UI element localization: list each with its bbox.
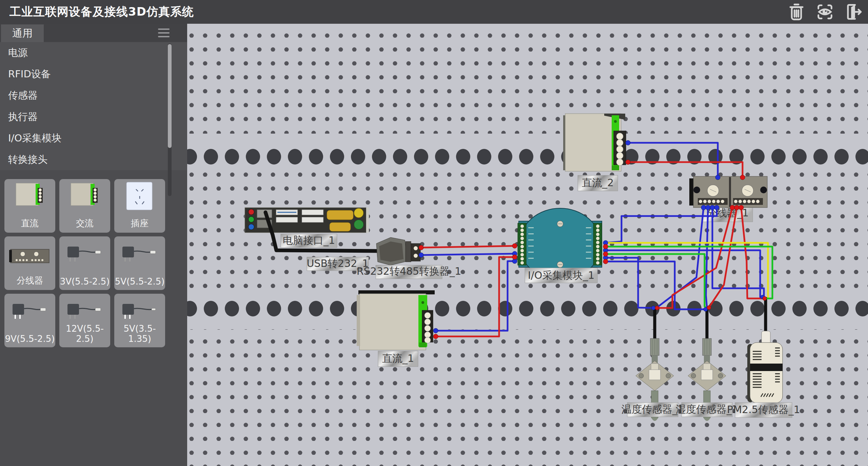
card-ac-power[interactable]: 交流 [59, 179, 110, 233]
sidebar-scrollbar-thumb[interactable] [168, 44, 172, 148]
svg-text:PM2.5传感器_1: PM2.5传感器_1 [727, 404, 800, 415]
device-label-rs232-485: RS232转485转换器_1 [357, 265, 461, 279]
view-focus-icon[interactable] [815, 2, 835, 22]
app-title: 工业互联网设备及接线3D仿真系统 [9, 4, 194, 20]
category-item-io-module[interactable]: I/O采集模块 [0, 128, 187, 149]
category-item-converter[interactable]: 转换接头 [0, 149, 187, 170]
device-label-pc-interface: 电脑接口_1 [281, 234, 337, 248]
splitter-thumb-icon [4, 238, 55, 272]
category-list: 电源 RFID设备 传感器 执行器 I/O采集模块 转换接头 [0, 42, 187, 170]
category-item-sensor[interactable]: 传感器 [0, 85, 187, 106]
card-label: 插座 [114, 217, 165, 229]
toolbar [787, 2, 863, 22]
card-dc-power[interactable]: 直流 [4, 179, 55, 233]
svg-text:直流_1: 直流_1 [382, 352, 414, 364]
component-sidebar: 通用 电源 RFID设备 传感器 执行器 I/O采集模块 转换接头 直流 [0, 24, 187, 466]
card-socket[interactable]: 插座 [114, 179, 165, 233]
card-adapter-5v-small[interactable]: 5V(3.5-1.35) [114, 294, 165, 347]
svg-text:I/O采集模块_1: I/O采集模块_1 [528, 269, 595, 281]
card-label: 9V(5.5-2.5) [4, 334, 55, 344]
trash-icon[interactable] [787, 2, 806, 22]
device-pc-interface[interactable] [245, 208, 369, 233]
card-label: 分线器 [4, 275, 55, 287]
adapter-thumb-icon [59, 238, 110, 272]
card-label: 5V(5.5-2.5) [114, 276, 165, 287]
svg-text:电脑接口_1: 电脑接口_1 [283, 234, 335, 246]
exit-icon[interactable] [844, 2, 863, 22]
ac-power-thumb-icon [59, 180, 110, 214]
card-label: 交流 [59, 217, 110, 229]
card-label: 3V(5.5-2.5) [59, 276, 110, 287]
big-hole-row-top [187, 134, 868, 172]
socket-thumb-icon [114, 180, 165, 214]
adapter-thumb-icon [114, 238, 165, 272]
category-item-actuator[interactable]: 执行器 [0, 106, 187, 128]
dc-power-thumb-icon [4, 180, 55, 214]
tab-general[interactable]: 通用 [1, 24, 44, 42]
card-adapter-5v[interactable]: 5V(5.5-2.5) [114, 236, 165, 290]
card-label: 5V(3.5-1.35) [114, 324, 165, 344]
device-label-io-module: I/O采集模块_1 [525, 268, 597, 283]
svg-text:温度传感器_1: 温度传感器_1 [622, 403, 684, 415]
svg-text:RS232转485转换器_1: RS232转485转换器_1 [357, 265, 461, 277]
device-dc-power-2[interactable] [563, 114, 626, 171]
top-bar: 工业互联网设备及接线3D仿真系统 [0, 0, 868, 24]
card-adapter-12v[interactable]: 12V(5.5-2.5) [59, 294, 110, 347]
card-splitter[interactable]: 分线器 [4, 236, 55, 290]
app-window: { "app": { "title": "工业互联网设备及接线3D仿真系统", … [0, 0, 868, 466]
device-label-dc1: 直流_1 [378, 351, 418, 367]
device-dc-power-1[interactable] [357, 290, 435, 350]
device-splitter[interactable] [689, 176, 767, 208]
menu-icon[interactable] [158, 28, 170, 37]
svg-text:直流_2: 直流_2 [582, 177, 614, 189]
simulation-canvas[interactable]: 分线器_1 [187, 24, 868, 466]
card-label: 12V(5.5-2.5) [59, 324, 110, 344]
device-label-temperature: 温度传感器_1 [622, 403, 684, 417]
sidebar-tab-row: 通用 [0, 24, 187, 42]
category-item-rfid[interactable]: RFID设备 [0, 63, 187, 85]
card-adapter-9v[interactable]: 9V(5.5-2.5) [4, 294, 55, 347]
device-label-pm25: PM2.5传感器_1 [727, 403, 800, 418]
component-card-grid: 直流 交流 插座 [4, 179, 177, 347]
pegboard: 分线器_1 [187, 24, 868, 466]
card-label: 直流 [4, 217, 55, 229]
sidebar-scrollbar [168, 43, 172, 196]
category-item-power[interactable]: 电源 [0, 42, 187, 63]
adapter-thumb-icon [4, 295, 55, 329]
device-label-dc2: 直流_2 [578, 175, 618, 191]
card-adapter-3v[interactable]: 3V(5.5-2.5) [59, 236, 110, 290]
